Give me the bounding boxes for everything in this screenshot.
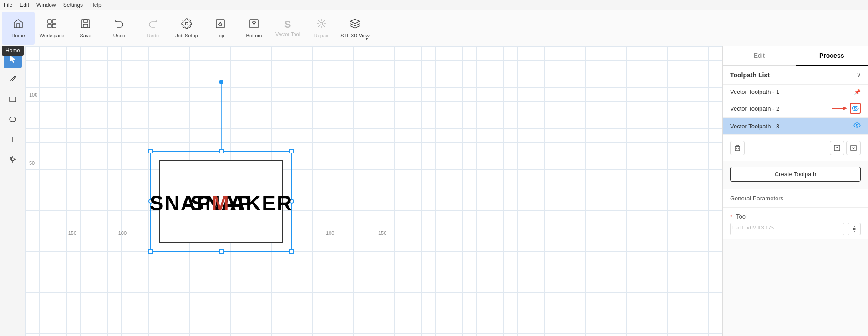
toolpath-list-chevron[interactable]: ∨ xyxy=(857,72,861,78)
toolbar-redo-button[interactable]: Redo xyxy=(137,12,169,45)
save-label: Save xyxy=(80,33,91,38)
repair-label: Repair xyxy=(314,33,329,38)
svg-rect-32 xyxy=(290,249,294,253)
tool-pen[interactable] xyxy=(4,70,22,88)
move-up-button[interactable] xyxy=(830,141,844,155)
tool-transform[interactable] xyxy=(4,150,22,168)
menu-edit[interactable]: Edit xyxy=(20,2,29,8)
left-sidebar xyxy=(0,46,25,336)
undo-icon xyxy=(114,18,125,31)
toolbar-jobsetup-button[interactable]: Job Setup xyxy=(170,12,203,45)
svg-point-7 xyxy=(185,22,188,25)
repair-icon xyxy=(316,18,327,31)
red-arrow-svg xyxy=(831,105,847,112)
right-panel: Edit Process Toolpath List ∨ Vector Tool… xyxy=(722,46,868,336)
canvas-svg: SNAP SNAPMAKER xyxy=(25,46,722,336)
canvas-area[interactable]: -150 -100 -50 50 100 150 100 50 xyxy=(25,46,722,336)
svg-rect-42 xyxy=(735,146,740,151)
menu-file[interactable]: File xyxy=(4,2,12,8)
tool-rect[interactable] xyxy=(4,90,22,108)
toolbar-save-button[interactable]: Save xyxy=(69,12,102,45)
svg-point-17 xyxy=(11,158,14,161)
svg-rect-6 xyxy=(83,24,88,27)
delete-toolpath-button[interactable] xyxy=(730,141,745,155)
undo-label: Undo xyxy=(113,33,125,38)
bottom-icon xyxy=(249,18,259,31)
toolpath-item-2-label: Vector Toolpath - 2 xyxy=(730,105,779,112)
general-parameters-section: General Parameters xyxy=(723,189,868,207)
jobsetup-label: Job Setup xyxy=(175,33,198,38)
eye-icon-3[interactable] xyxy=(853,122,861,131)
tool-settings-button[interactable] xyxy=(848,223,861,235)
toolbar-stl3dview-button[interactable]: STL 3D View ▼ xyxy=(339,12,371,45)
redo-icon xyxy=(147,18,158,31)
arrow-indicator xyxy=(831,103,861,114)
tool-label: Tool xyxy=(736,213,747,220)
svg-rect-13 xyxy=(10,97,16,102)
stl3dview-icon xyxy=(350,18,360,31)
menu-window[interactable]: Window xyxy=(36,2,56,8)
svg-marker-39 xyxy=(843,107,847,110)
toolbar-undo-button[interactable]: Undo xyxy=(103,12,136,45)
toolpath-item-3-label: Vector Toolpath - 3 xyxy=(730,123,779,130)
svg-rect-31 xyxy=(220,249,223,253)
toolpath-item-2[interactable]: Vector Toolpath - 2 xyxy=(723,99,868,118)
bottom-label: Bottom xyxy=(246,33,262,38)
svg-rect-27 xyxy=(149,149,152,153)
eye-icon-2[interactable] xyxy=(850,103,861,114)
vectortool-label: Vector Tool xyxy=(275,31,300,37)
tool-text[interactable] xyxy=(4,130,22,148)
toolbar-repair-button[interactable]: Repair xyxy=(305,12,338,45)
tool-input-field[interactable]: Flat End Mill 3.175... xyxy=(730,223,844,235)
workspace-icon xyxy=(46,18,57,31)
toolbar-vectortool-button[interactable]: S Vector Tool xyxy=(271,12,304,45)
toolpath-list-title: Toolpath List xyxy=(730,71,770,79)
toolpath-item-1[interactable]: Vector Toolpath - 1 📌 xyxy=(723,85,868,99)
svg-rect-1 xyxy=(52,20,56,23)
svg-text:SNAPMAKER: SNAPMAKER xyxy=(150,191,293,215)
top-icon xyxy=(215,18,226,31)
toolpath-item-3[interactable]: Vector Toolpath - 3 xyxy=(723,118,868,135)
toolbar-home-button[interactable]: Home xyxy=(2,12,35,45)
menu-bar: File Edit Window Settings Help xyxy=(0,0,868,10)
home-icon xyxy=(13,18,24,31)
toolbar-bottom-button[interactable]: Bottom xyxy=(238,12,270,45)
svg-rect-5 xyxy=(84,20,87,23)
toolpath-list-section: Toolpath List ∨ Vector Toolpath - 1 📌 Ve… xyxy=(723,66,868,135)
action-bar xyxy=(723,135,868,161)
home-label: Home xyxy=(11,33,25,38)
svg-rect-29 xyxy=(290,149,294,153)
pin-icon-1: 📌 xyxy=(854,89,861,95)
tool-ellipse[interactable] xyxy=(4,110,22,128)
menu-settings[interactable]: Settings xyxy=(63,2,83,8)
tool-asterisk: * xyxy=(730,213,732,220)
toolbar: Home Workspace Save xyxy=(0,10,868,46)
menu-help[interactable]: Help xyxy=(90,2,102,8)
tool-input-container: Flat End Mill 3.175... xyxy=(730,223,861,235)
redo-label: Redo xyxy=(147,33,159,38)
tool-row: * Tool xyxy=(730,213,861,220)
toolbar-top-button[interactable]: Top xyxy=(204,12,237,45)
workspace-label: Workspace xyxy=(40,33,65,38)
move-buttons xyxy=(830,141,861,155)
jobsetup-icon xyxy=(181,18,192,31)
svg-point-40 xyxy=(854,107,856,109)
tab-edit[interactable]: Edit xyxy=(723,46,796,66)
svg-point-41 xyxy=(856,124,858,126)
home-tooltip: Home xyxy=(2,46,24,56)
svg-rect-28 xyxy=(220,149,223,153)
tool-section: * Tool Flat End Mill 3.175... xyxy=(723,207,868,239)
svg-rect-30 xyxy=(149,249,152,253)
svg-rect-10 xyxy=(250,20,258,28)
toolpath-list-header: Toolpath List ∨ xyxy=(723,66,868,85)
svg-point-47 xyxy=(853,228,855,230)
save-icon xyxy=(80,18,91,31)
move-down-button[interactable] xyxy=(846,141,861,155)
svg-point-12 xyxy=(320,22,323,25)
svg-rect-2 xyxy=(48,24,51,28)
toolbar-workspace-button[interactable]: Workspace xyxy=(36,12,68,45)
create-toolpath-button[interactable]: Create Toolpath xyxy=(730,167,861,182)
svg-rect-46 xyxy=(851,145,856,151)
tab-process[interactable]: Process xyxy=(796,46,868,66)
vectortool-icon: S xyxy=(284,20,291,30)
